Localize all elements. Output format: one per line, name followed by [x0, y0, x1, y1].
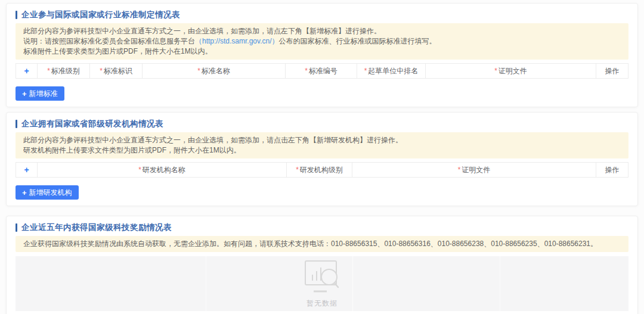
- empty-column-divider: [500, 256, 500, 311]
- required-marker: *: [458, 166, 461, 174]
- standards-section-title: 企业参与国际或国家或行业标准制定情况表: [16, 7, 628, 23]
- standards-section-title-text: 企业参与国际或国家或行业标准制定情况表: [21, 10, 180, 20]
- column-label: 标准名称: [202, 66, 230, 76]
- add-rnd-button[interactable]: + 新增研发机构: [16, 185, 79, 200]
- column-drafting-rank: *起草单位中排名: [357, 64, 426, 78]
- notice-line: 标准附件上传要求类型为图片或PDF，附件大小在1M以内。: [23, 46, 621, 57]
- column-action: 操作: [596, 64, 628, 78]
- rnd-notice-box: 此部分内容为参评科技型中小企业直通车方式之一，由企业选填，如需添加，请点击左下角…: [16, 132, 628, 158]
- required-marker: *: [364, 67, 367, 75]
- standards-notice-box: 此部分内容为参评科技型中小企业直通车方式之一，由企业选填，如需添加，请点左下角【…: [16, 23, 628, 60]
- required-marker: *: [100, 67, 103, 75]
- awards-section-card: 企业近五年内获得国家级科技奖励情况表 企业获得国家级科技奖励情况由系统自动获取，…: [6, 216, 638, 314]
- column-standard-name: *标准名称: [143, 64, 286, 78]
- standards-section-card: 企业参与国际或国家或行业标准制定情况表 此部分内容为参评科技型中小企业直通车方式…: [6, 3, 638, 107]
- samr-standards-link[interactable]: （http://std.samr.gov.cn/）: [195, 37, 279, 45]
- notice-line: 企业获得国家级科技奖励情况由系统自动获取，无需企业添加。如有问题，请联系技术支持…: [23, 239, 621, 249]
- column-label: 证明文件: [462, 165, 490, 175]
- required-marker: *: [47, 67, 50, 75]
- column-proof-file: *证明文件: [352, 163, 596, 177]
- rnd-section-title-text: 企业拥有国家或省部级研发机构情况表: [21, 119, 163, 129]
- awards-section-title: 企业近五年内获得国家级科技奖励情况表: [16, 220, 628, 236]
- required-marker: *: [494, 67, 497, 75]
- awards-notice-box: 企业获得国家级科技奖励情况由系统自动获取，无需企业添加。如有问题，请联系技术支持…: [16, 236, 628, 252]
- column-standard-number: *标准编号: [286, 64, 357, 78]
- required-marker: *: [197, 67, 200, 75]
- standards-table-header: + *标准级别 *标准标识 *标准名称 *标准编号 *起草单位中排名 *证明文件…: [16, 63, 628, 79]
- title-accent-bar: [16, 120, 17, 128]
- rnd-section-card: 企业拥有国家或省部级研发机构情况表 此部分内容为参评科技型中小企业直通车方式之一…: [6, 112, 638, 206]
- required-marker: *: [305, 67, 308, 75]
- add-standard-button-label: 新增标准: [29, 89, 58, 99]
- notice-line: 研发机构附件上传要求文件类型为图片或PDF，附件大小在1M以内。: [23, 145, 621, 156]
- plus-icon: +: [22, 189, 27, 197]
- awards-empty-state: 暂无数据: [16, 256, 628, 311]
- column-proof-file: *证明文件: [426, 64, 596, 78]
- plus-icon: +: [24, 66, 29, 76]
- plus-icon: +: [22, 90, 27, 98]
- column-standard-id: *标准标识: [90, 64, 143, 78]
- no-data-icon: [301, 259, 343, 296]
- add-standard-button[interactable]: + 新增标准: [16, 86, 64, 101]
- column-label: 操作: [605, 165, 620, 175]
- notice-line: 说明：请按照国家标准化委员会全国标准信息服务平台（http://std.samr…: [23, 36, 621, 46]
- column-label: 标准标识: [104, 66, 132, 76]
- empty-column-divider: [352, 256, 353, 311]
- column-label: 起草单位中排名: [368, 66, 418, 76]
- column-label: 研发机构级别: [300, 165, 343, 175]
- column-label: 操作: [605, 66, 620, 76]
- required-marker: *: [296, 166, 299, 174]
- add-rnd-row-plus-icon[interactable]: +: [16, 163, 38, 177]
- notice-text: 公布的国家标准、行业标准或国际标准进行填写。: [279, 37, 436, 45]
- column-label: 证明文件: [499, 66, 527, 76]
- awards-section-title-text: 企业近五年内获得国家级科技奖励情况表: [21, 222, 172, 233]
- column-label: 研发机构名称: [143, 165, 185, 175]
- rnd-table-header: + *研发机构名称 *研发机构级别 *证明文件 操作: [16, 162, 628, 178]
- rnd-section-title: 企业拥有国家或省部级研发机构情况表: [16, 116, 628, 132]
- column-label: 标准级别: [51, 66, 80, 76]
- column-action: 操作: [596, 163, 628, 177]
- column-label: 标准编号: [309, 66, 338, 76]
- column-standard-level: *标准级别: [38, 64, 90, 78]
- title-accent-bar: [16, 223, 17, 232]
- column-rnd-level: *研发机构级别: [287, 163, 352, 177]
- no-data-text: 暂无数据: [306, 299, 338, 309]
- required-marker: *: [138, 166, 141, 174]
- empty-column-divider: [206, 256, 206, 311]
- notice-line: 此部分内容为参评科技型中小企业直通车方式之一，由企业选填，如需添加，请点左下角【…: [23, 26, 621, 36]
- add-rnd-button-label: 新增研发机构: [29, 188, 72, 198]
- notice-text: 说明：请按照国家标准化委员会全国标准信息服务平台: [23, 37, 195, 45]
- title-accent-bar: [16, 11, 17, 19]
- plus-icon: +: [24, 165, 29, 175]
- notice-line: 此部分内容为参评科技型中小企业直通车方式之一，由企业选填，如需添加，请点击左下角…: [23, 135, 621, 145]
- column-rnd-name: *研发机构名称: [38, 163, 287, 177]
- add-standard-row-plus-icon[interactable]: +: [16, 64, 38, 78]
